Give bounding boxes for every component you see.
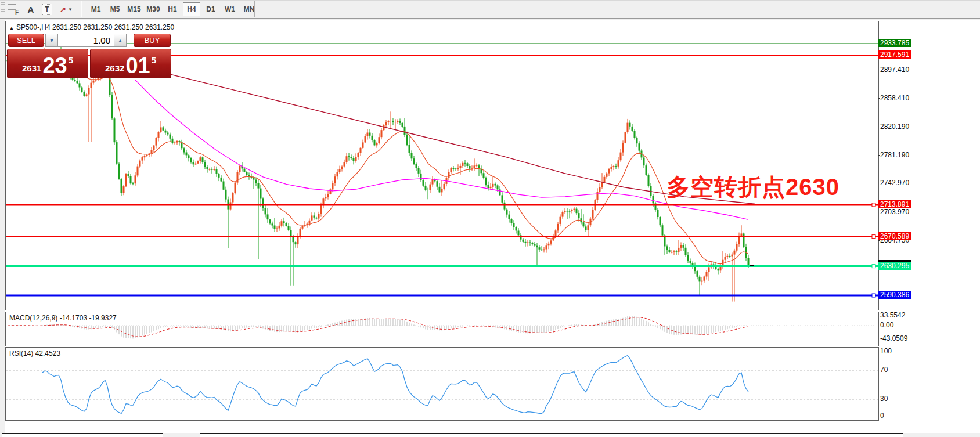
axis-tick (878, 155, 880, 156)
axis-label: 33.5542 (880, 311, 905, 319)
grid-f-icon: F (8, 4, 19, 15)
collapse-triangle-icon: ▲ (9, 26, 14, 31)
axis-tick (878, 70, 880, 70)
chart-window: ▲SP500-,H4 2631.250 2631.250 2631.250 26… (5, 20, 980, 433)
axis-tick (878, 98, 880, 99)
toolbar-separator (81, 1, 82, 17)
timeframe-button-M15[interactable]: M15 (125, 2, 143, 16)
price-badge: 2590.386 (878, 291, 911, 299)
chart-annotation-text: 多空转折点2630 (666, 171, 840, 203)
crosshair-tool-button[interactable]: F (6, 2, 21, 16)
axis-label: 0.00 (880, 321, 893, 329)
sell-button[interactable]: SELL (8, 34, 44, 47)
ask-sup: 5 (152, 55, 156, 65)
volume-input[interactable] (58, 34, 114, 47)
axis-label: 30 (880, 395, 888, 403)
axis-label: 2858.410 (880, 94, 909, 102)
buy-price-tile[interactable]: 2632015 (90, 49, 171, 78)
price-badge: 2630.295 (878, 262, 911, 270)
shapes-tool-button[interactable]: ↗ ▼ (56, 2, 77, 16)
axis-tick (878, 212, 880, 212)
label-tool-button[interactable]: A (23, 2, 38, 16)
bid-sup: 5 (69, 55, 73, 65)
last-price-tick (750, 265, 754, 266)
rsi-line (42, 356, 748, 414)
axis-label: 0 (880, 411, 884, 420)
price-badge: 2917.591 (878, 50, 911, 59)
volume-increase-button[interactable]: ▲ (114, 34, 127, 47)
bid-prefix: 2631 (22, 63, 41, 73)
axis-label: 2820.190 (880, 122, 909, 131)
hline-handle[interactable] (872, 265, 875, 268)
rsi-indicator-pane[interactable]: RSI(14) 42.4523 (5, 347, 879, 421)
text-label-icon: A (28, 5, 34, 15)
axis-tick (878, 240, 880, 241)
toolbar-drag-handle[interactable] (1, 2, 5, 16)
timeframe-button-M1[interactable]: M1 (87, 2, 105, 16)
axis-label: 2897.410 (880, 66, 909, 74)
hline-handle[interactable] (872, 235, 875, 239)
volume-decrease-button[interactable]: ▼ (45, 34, 58, 47)
timeframe-button-H4[interactable]: H4 (183, 2, 200, 16)
timeframe-button-D1[interactable]: D1 (202, 2, 219, 16)
bid-big: 23 (42, 56, 67, 75)
axis-label: 100 (880, 347, 892, 355)
metatrader-window: { "toolbar": { "tools": { "grid_f": "F",… (0, 0, 980, 437)
price-badge: 2933.785 (878, 39, 911, 47)
macd-indicator-pane[interactable]: MACD(12,26,9) -14.1703 -19.9327 (5, 312, 879, 346)
toolbar-separator (254, 1, 255, 17)
dropdown-caret-icon: ▼ (68, 7, 73, 12)
text-tool-button[interactable]: T (39, 2, 55, 16)
ma_mid-line (135, 80, 748, 219)
ask-big: 01 (125, 56, 150, 75)
axis-tick (878, 183, 880, 183)
rsi-label: RSI(14) 42.4523 (9, 349, 60, 357)
chart-symbol-header: ▲SP500-,H4 2631.250 2631.250 2631.250 26… (9, 23, 174, 31)
ask-prefix: 2632 (105, 63, 124, 73)
top-toolbar: F A T ↗ ▼ M1M5M15M30H1H4D1W1MN (0, 0, 980, 19)
price-badge: 2713.891 (878, 200, 911, 208)
axis-label: -43.0509 (880, 334, 907, 342)
docked-window-edge (200, 433, 903, 437)
price-chart-canvas[interactable]: ▲SP500-,H4 2631.250 2631.250 2631.250 26… (5, 21, 879, 310)
buy-button[interactable]: BUY (134, 34, 171, 47)
hline-handle[interactable] (872, 294, 875, 297)
axis-label: 2742.970 (880, 179, 909, 187)
text-tool-icon: T (42, 4, 52, 15)
timeframe-button-H1[interactable]: H1 (164, 2, 181, 16)
timeframe-button-W1[interactable]: W1 (221, 2, 239, 16)
axis-label: 2781.190 (880, 151, 909, 159)
hline-handle[interactable] (872, 203, 875, 207)
one-click-trade-panel: SELL ▼ ▲ BUY 2631235 2632015 (7, 34, 172, 79)
price-badge: 2670.589 (878, 232, 911, 240)
timeframe-button-M5[interactable]: M5 (106, 2, 124, 16)
sell-price-tile[interactable]: 2631235 (7, 49, 88, 78)
ma-fast-line (17, 56, 748, 264)
axis-tick (878, 127, 880, 127)
macd-label: MACD(12,26,9) -14.1703 -19.9327 (9, 314, 117, 322)
timeframe-button-M30[interactable]: M30 (145, 2, 162, 16)
docked-window-edge (2, 433, 163, 437)
macd-signal-line (8, 317, 748, 337)
arrows-shape-icon: ↗ (60, 5, 66, 14)
axis-label: 70 (880, 366, 888, 374)
axis-label: 2703.970 (880, 208, 909, 216)
